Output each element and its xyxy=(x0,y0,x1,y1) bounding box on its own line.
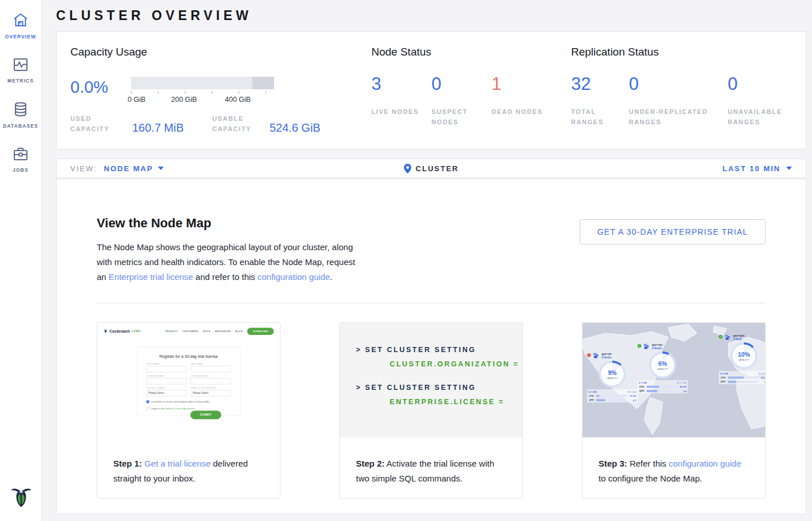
qps-label: QPS xyxy=(639,389,645,393)
sidebar-item-label: JOBS xyxy=(13,167,29,173)
view-selector[interactable]: VIEW: NODE MAP xyxy=(70,164,164,173)
mini-field-label: REASON FOR INTEREST xyxy=(191,387,231,389)
description-text: . xyxy=(330,272,332,282)
mini-checkbox xyxy=(146,407,149,410)
code-prompt: > xyxy=(356,384,362,392)
enterprise-trial-license-link[interactable]: Enterprise trial license xyxy=(109,272,193,282)
under-replicated-value: 0 xyxy=(629,73,728,94)
capacity-percent: 6% xyxy=(658,360,667,367)
step2-caption: Step 2: Activate the trial license with … xyxy=(340,437,522,486)
qps-value: 5.8 xyxy=(679,389,687,392)
mini-field-label: FIRST NAME xyxy=(146,363,187,365)
tick-label-200: 200 GiB xyxy=(171,96,197,104)
node-status-section: Node Status 3 LIVE NODES 0 SUSPECT NODES… xyxy=(371,46,560,127)
total-ranges-value: 32 xyxy=(571,73,629,94)
step3-text: to configure the Node Map. xyxy=(599,473,702,483)
dead-nodes-stat: 1 DEAD NODES xyxy=(492,73,552,127)
step3-text: Refer this xyxy=(627,459,669,468)
locality-nyc: ✓ geo=nyc 2 Nodes 6% CAPACITY xyxy=(637,344,688,393)
mini-input xyxy=(191,378,231,384)
code-argument: CLUSTER.ORGANIZATION = xyxy=(390,361,522,368)
unavailable-ranges-stat: 0 UNAVAILABLE RANGES xyxy=(728,73,800,127)
view-label: VIEW: xyxy=(70,164,97,173)
replication-status-section: Replication Status 32 TOTAL RANGES 0 UND… xyxy=(571,46,800,127)
chevron-down-icon xyxy=(158,167,164,170)
configuration-guide-link[interactable]: configuration guide xyxy=(258,272,330,282)
mini-nav-item: PRODUCT xyxy=(165,330,178,332)
locality-node-count: 1 Node xyxy=(734,338,745,341)
capacity-label: CAPACITY xyxy=(607,377,618,379)
mini-select: Please Select xyxy=(146,390,187,396)
mini-field-label: COMPANY NAME xyxy=(146,375,187,377)
node-status-title: Node Status xyxy=(371,46,560,58)
step3-label: Step 3: xyxy=(599,459,627,468)
get-trial-license-link[interactable]: Get a trial license xyxy=(144,459,211,468)
mini-field-label: PROJECT PHASE xyxy=(146,387,187,389)
live-status-icon: ✓ xyxy=(719,335,723,339)
sidebar-item-metrics[interactable]: METRICS xyxy=(0,45,41,89)
tick-label-0: 0 GiB xyxy=(128,96,145,104)
step1-label: Step 1: xyxy=(113,459,142,468)
live-nodes-label: LIVE NODES xyxy=(371,107,431,117)
capacity-donut: 6% CAPACITY xyxy=(649,352,676,378)
unavailable-ranges-value: 0 xyxy=(728,73,800,94)
step2-label: Step 2: xyxy=(356,459,385,468)
dead-nodes-value: 1 xyxy=(492,73,552,94)
sidebar-item-label: METRICS xyxy=(7,78,34,84)
sidebar: OVERVIEW METRICS DATABASES JOBS xyxy=(0,0,42,521)
sidebar-item-jobs[interactable]: JOBS xyxy=(0,135,41,179)
locality-name: geo=ams xyxy=(734,334,745,337)
sidebar-item-overview[interactable]: OVERVIEW xyxy=(0,0,41,45)
mini-nav-item: BLOG xyxy=(235,330,243,332)
live-status-icon: ✓ xyxy=(637,344,641,348)
mini-field-label: COMPANY EMAIL xyxy=(191,375,231,377)
step3-node-map-preview: ! geo=sfo 2 Nodes 9% CAPACITY xyxy=(583,323,765,437)
capacity-donut: 9% CAPACITY xyxy=(599,361,626,388)
mini-nav-item: CUSTOMERS xyxy=(183,330,199,332)
cpu-label: CPU xyxy=(720,376,726,380)
cluster-summary-panel: Capacity Usage 0.0% 0 GiB 200 GiB 400 Gi… xyxy=(56,31,806,149)
configuration-guide-link[interactable]: configuration guide xyxy=(669,459,742,468)
locality-name: geo=sfo xyxy=(602,353,612,356)
time-range-selector[interactable]: LAST 10 MIN xyxy=(723,164,792,173)
jobs-icon xyxy=(13,147,28,163)
used-capacity-label: USED CAPACITY xyxy=(70,114,122,134)
map-pin-icon xyxy=(403,164,411,173)
suspect-nodes-value: 0 xyxy=(431,73,492,94)
live-nodes-value: 3 xyxy=(371,73,431,94)
nodes-icon xyxy=(725,334,731,340)
mini-checkbox-label: I agree to the xyxy=(151,407,165,409)
suspect-nodes-label: SUSPECT NODES xyxy=(431,107,492,127)
usable-capacity-label: USABLE CAPACITY xyxy=(212,114,264,134)
capacity-bar-ticks xyxy=(131,91,274,94)
divider xyxy=(97,303,766,303)
nodes-icon xyxy=(593,353,600,358)
cockroach-labs-site-screenshot: Cockroach LABS PRODUCT CUSTOMERS DOCS RE… xyxy=(97,323,280,437)
under-replicated-label: UNDER-REPLICATED RANGES xyxy=(629,107,720,127)
page-title: CLUSTER OVERVIEW xyxy=(56,8,806,23)
breadcrumb-cluster: CLUSTER xyxy=(403,164,458,173)
enterprise-trial-button[interactable]: GET A 30-DAY ENTERPRISE TRIAL xyxy=(580,219,766,244)
dead-status-icon: ! xyxy=(587,353,591,357)
under-replicated-stat: 0 UNDER-REPLICATED RANGES xyxy=(629,73,728,127)
databases-icon xyxy=(14,102,27,119)
home-icon xyxy=(13,13,29,30)
capacity-usage-section: Capacity Usage 0.0% 0 GiB 200 GiB 400 Gi… xyxy=(70,46,322,136)
mini-input xyxy=(146,366,187,372)
step1-caption: Step 1: Get a trial license delivered st… xyxy=(97,437,280,486)
capacity-bar-segment xyxy=(252,77,274,89)
capacity-used: 3.7 GiB xyxy=(639,381,647,384)
capacity-percent: 10% xyxy=(738,351,750,358)
step1-card: Cockroach LABS PRODUCT CUSTOMERS DOCS RE… xyxy=(97,322,280,499)
mini-nav-item: RESOURCES xyxy=(215,330,231,332)
code-command: SET CLUSTER SETTING xyxy=(365,346,476,354)
suspect-nodes-stat: 0 SUSPECT NODES xyxy=(431,73,492,127)
sidebar-item-databases[interactable]: DATABASES xyxy=(0,89,41,135)
step3-card: ! geo=sfo 2 Nodes 9% CAPACITY xyxy=(582,322,766,499)
total-ranges-label: TOTAL RANGES xyxy=(571,107,629,127)
mini-input xyxy=(146,378,187,384)
view-value: NODE MAP xyxy=(104,164,153,173)
capacity-usage-title: Capacity Usage xyxy=(70,46,322,58)
mini-submit-button: SUBMIT xyxy=(190,411,221,419)
capacity-bar: 0 GiB 200 GiB 400 GiB xyxy=(131,77,274,105)
